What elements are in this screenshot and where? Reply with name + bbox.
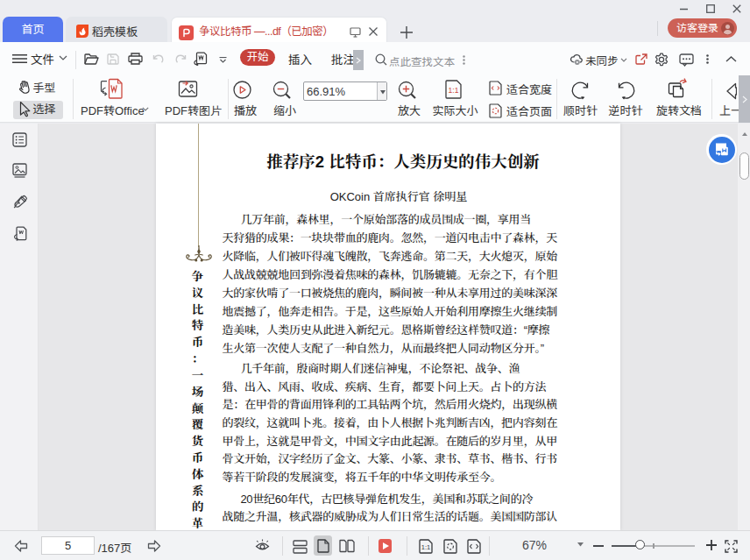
- svg-text:1:1: 1:1: [449, 86, 459, 95]
- svg-text:1:1: 1:1: [421, 542, 430, 550]
